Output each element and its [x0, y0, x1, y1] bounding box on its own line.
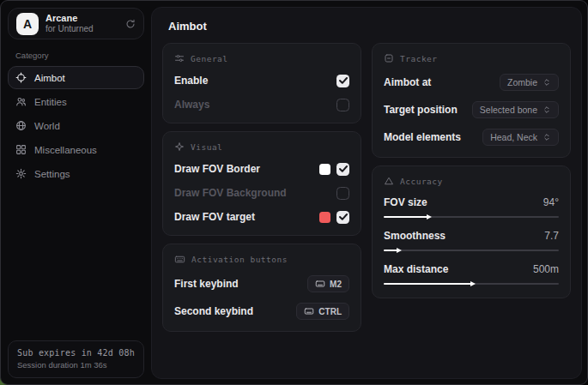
draw-fov-background-checkbox[interactable]	[336, 187, 349, 200]
sidebar-item-aimbot[interactable]: Aimbot	[8, 66, 144, 89]
max-distance-row: Max distance 500m	[384, 263, 559, 286]
aimbot-at-label: Aimbot at	[384, 76, 431, 88]
model-elements-value: Head, Neck	[490, 132, 537, 142]
category-label: Category	[15, 51, 151, 60]
slider-fill	[384, 216, 427, 218]
sidebar-item-miscellaneous[interactable]: Miscellaneous	[8, 138, 144, 161]
crosshair-icon	[15, 72, 27, 83]
page-title: Aimbot	[168, 20, 571, 33]
chevrons-up-down-icon	[543, 133, 551, 141]
second-keybind-label: Second keybind	[174, 305, 253, 317]
general-card: General Enable Always	[162, 43, 361, 123]
keyboard-icon	[174, 254, 185, 265]
draw-fov-background-label: Draw FOV Background	[174, 187, 287, 199]
sidebar-item-label: Miscellaneous	[34, 145, 97, 155]
target-position-label: Target position	[384, 104, 458, 116]
fov-target-color-swatch[interactable]	[319, 212, 330, 223]
sidebar-nav: Aimbot Entities	[1, 66, 151, 186]
fov-size-slider[interactable]	[384, 214, 559, 220]
fov-border-color-swatch[interactable]	[319, 164, 330, 175]
second-keybind-value: CTRL	[318, 307, 342, 316]
activation-buttons-card: Activation buttons First keybind M2	[162, 244, 361, 332]
card-label: Accuracy	[400, 177, 443, 186]
slider-track	[384, 250, 559, 251]
brand-header: A Arcane for Unturned	[8, 8, 144, 39]
sparkle-icon	[174, 141, 185, 152]
fov-size-label: FOV size	[384, 196, 427, 208]
main-panel: Aimbot General	[151, 7, 582, 379]
users-icon	[15, 96, 27, 107]
sidebar-item-world[interactable]: World	[8, 114, 144, 137]
card-label: General	[191, 54, 228, 63]
screen: A Arcane for Unturned Category	[0, 0, 588, 385]
app-name: Arcane	[45, 13, 118, 24]
first-keybind-label: First keybind	[174, 278, 239, 290]
card-label: Activation buttons	[191, 255, 288, 264]
tracker-card: Tracker Aimbot at Zombie	[372, 43, 571, 158]
visual-card: Visual Draw FOV Border	[162, 131, 361, 236]
sidebar-item-label: Entities	[34, 97, 67, 107]
max-distance-value: 500m	[533, 263, 559, 275]
card-label: Tracker	[400, 54, 438, 63]
smoothness-value: 7.7	[544, 230, 559, 242]
enable-label: Enable	[174, 75, 208, 87]
arcane-window: A Arcane for Unturned Category	[0, 0, 588, 385]
grid-icon	[15, 144, 27, 155]
always-label: Always	[174, 99, 209, 111]
second-keybind-button[interactable]: CTRL	[296, 303, 349, 320]
subscription-status: Sub expires in 42d 08h Session duration …	[8, 340, 144, 378]
model-elements-select[interactable]: Head, Neck	[482, 129, 559, 146]
card-label: Visual	[191, 142, 222, 152]
keyboard-icon	[315, 279, 325, 289]
sidebar-item-label: Settings	[34, 169, 70, 179]
always-checkbox[interactable]	[336, 99, 349, 111]
chevrons-up-down-icon	[543, 78, 551, 87]
slider-fill	[384, 283, 471, 285]
sliders-icon	[174, 53, 185, 63]
draw-fov-border-label: Draw FOV Border	[174, 163, 260, 175]
slider-fill	[384, 250, 397, 251]
fov-size-value: 94°	[543, 196, 559, 208]
first-keybind-button[interactable]: M2	[307, 275, 349, 292]
app-subtitle: for Unturned	[45, 24, 118, 34]
gear-icon	[15, 168, 27, 179]
globe-icon	[15, 120, 27, 131]
draw-fov-target-checkbox[interactable]	[336, 211, 349, 224]
max-distance-slider[interactable]	[384, 280, 559, 286]
tracker-icon	[384, 53, 394, 63]
smoothness-label: Smoothness	[384, 230, 446, 242]
aimbot-at-value: Zombie	[507, 77, 537, 87]
sidebar-item-entities[interactable]: Entities	[8, 90, 144, 113]
target-position-select[interactable]: Selected bone	[472, 101, 559, 118]
max-distance-label: Max distance	[384, 263, 448, 275]
refresh-icon[interactable]	[125, 19, 136, 29]
app-logo: A	[16, 13, 39, 35]
sidebar-item-label: World	[34, 121, 60, 131]
left-column: General Enable Always	[162, 43, 361, 332]
target-position-value: Selected bone	[480, 105, 537, 115]
draw-fov-target-label: Draw FOV target	[174, 211, 255, 223]
aimbot-at-select[interactable]: Zombie	[500, 74, 559, 91]
draw-fov-border-checkbox[interactable]	[336, 163, 349, 176]
session-duration-text: Session duration 1m 36s	[17, 360, 135, 370]
right-column: Tracker Aimbot at Zombie	[372, 43, 571, 298]
smoothness-row: Smoothness 7.7	[384, 230, 559, 253]
fov-size-row: FOV size 94°	[384, 196, 559, 220]
sidebar: A Arcane for Unturned Category	[1, 1, 151, 384]
first-keybind-value: M2	[330, 280, 342, 289]
sidebar-item-label: Aimbot	[34, 73, 65, 83]
chevrons-up-down-icon	[543, 105, 551, 114]
model-elements-label: Model elements	[384, 131, 461, 143]
smoothness-slider[interactable]	[384, 247, 559, 253]
sub-expires-text: Sub expires in 42d 08h	[17, 348, 135, 358]
accuracy-card: Accuracy FOV size 94°	[372, 165, 571, 298]
enable-checkbox[interactable]	[336, 75, 349, 87]
keyboard-icon	[304, 306, 314, 316]
sidebar-item-settings[interactable]: Settings	[8, 162, 144, 185]
triangle-icon	[384, 176, 394, 186]
